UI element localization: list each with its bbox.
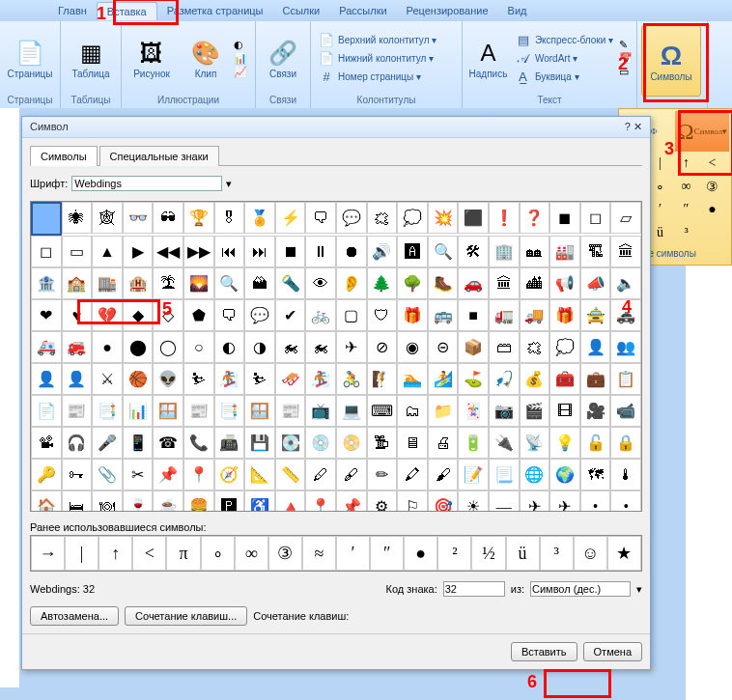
symbol-cell[interactable]: ♥ xyxy=(62,299,93,331)
symbol-cell[interactable]: ▶ xyxy=(123,236,154,267)
symbol-grid[interactable]: 🕷🕸👓🕶🏆🎖🏅⚡🗨💬🗯💭💥⬛❗❓◼◻▱◻▭▲▶◀◀▶▶⏮⏭⏹⏸⏺🔊🅰🔍🛠🏢🏘🏭🏗… xyxy=(30,201,642,512)
symbol-cell[interactable]: ⚡ xyxy=(275,202,306,234)
textbox-button[interactable]: AНадпись xyxy=(466,23,510,94)
table-button[interactable]: ▦Таблица xyxy=(65,23,117,94)
symbol-cell[interactable]: 🎤 xyxy=(92,427,123,459)
symbol-cell[interactable]: 🏔 xyxy=(244,267,275,299)
symbol-cell[interactable]: 📦 xyxy=(458,331,489,363)
tab-view[interactable]: Вид xyxy=(498,2,537,19)
symbol-cell[interactable]: 🏊 xyxy=(397,363,428,395)
symbol-cell[interactable]: ⬟ xyxy=(183,299,214,331)
gallery-symbol[interactable]: ″ xyxy=(673,198,699,221)
symbol-cell[interactable]: 🖨 xyxy=(428,427,459,459)
symbol-cell[interactable]: 🔌 xyxy=(489,427,520,459)
recent-symbol[interactable]: ☺ xyxy=(574,536,607,571)
symbol-cell[interactable]: 👂 xyxy=(336,267,367,299)
symbol-cell[interactable]: ✈ xyxy=(520,490,550,512)
code-input[interactable] xyxy=(443,581,505,597)
sig-icon[interactable]: ✎ xyxy=(619,39,633,51)
symbol-cell[interactable]: 🔒 xyxy=(610,427,641,459)
gallery-symbol[interactable]: < xyxy=(699,152,725,175)
symbol-cell[interactable]: 🔓 xyxy=(580,427,611,459)
symbol-cell[interactable]: 🌐 xyxy=(520,459,550,490)
symbol-cell[interactable]: ♿ xyxy=(244,490,275,512)
symbol-cell[interactable]: 🔈 xyxy=(610,267,641,299)
symbol-cell[interactable]: 💻 xyxy=(336,395,367,427)
symbol-cell[interactable]: ⌨ xyxy=(367,395,398,427)
symbol-cell[interactable]: 👽 xyxy=(153,363,183,395)
symbol-cell[interactable]: 🖋 xyxy=(336,459,367,490)
symbol-cell[interactable]: ▭ xyxy=(62,236,93,267)
symbol-cell[interactable]: ◑ xyxy=(244,331,275,363)
symbol-cell[interactable]: 🏦 xyxy=(31,267,62,299)
dlg-tab-special[interactable]: Специальные знаки xyxy=(99,146,219,166)
symbol-cell[interactable]: 💥 xyxy=(428,202,459,234)
pagenum-button[interactable]: #Номер страницы ▾ xyxy=(315,69,440,86)
symbol-cell[interactable]: 🔊 xyxy=(367,236,398,267)
symbol-cell[interactable]: 📎 xyxy=(92,459,123,490)
symbol-cell[interactable]: ✔ xyxy=(275,299,306,331)
recent-symbol[interactable]: ″ xyxy=(370,536,404,571)
symbol-cell[interactable]: 📡 xyxy=(520,427,550,459)
symbol-cell[interactable]: 📞 xyxy=(183,427,214,459)
help-icon[interactable]: ? xyxy=(625,121,631,132)
gallery-symbol[interactable]: ∞ xyxy=(673,175,699,198)
symbol-cell[interactable]: 🛠 xyxy=(458,236,489,267)
symbol-cell[interactable]: 💾 xyxy=(244,427,275,459)
symbol-cell[interactable]: 🏛 xyxy=(489,267,520,299)
symbol-cell[interactable]: 🎧 xyxy=(62,427,93,459)
symbol-cell[interactable]: 🚒 xyxy=(62,331,93,363)
symbol-cell[interactable]: 📽 xyxy=(31,427,62,459)
symbol-cell[interactable]: ◻ xyxy=(580,202,611,234)
symbol-cell[interactable]: 📰 xyxy=(183,395,214,427)
symbol-cell[interactable]: ◆ xyxy=(123,299,154,331)
dlg-tab-symbols[interactable]: Символы xyxy=(30,146,98,166)
symbol-cell[interactable]: 📣 xyxy=(580,267,611,299)
symbol-cell[interactable]: 📌 xyxy=(153,459,183,490)
clip-button[interactable]: 🎨Клип xyxy=(180,23,232,94)
symbol-cell[interactable]: 🔍 xyxy=(214,267,245,299)
symbol-cell[interactable]: 🛡 xyxy=(367,299,398,331)
symbol-cell[interactable]: 👁 xyxy=(305,267,336,299)
symbol-cell[interactable]: 🛷 xyxy=(275,363,306,395)
symbol-cell[interactable]: 🏀 xyxy=(123,363,154,395)
gallery-symbol[interactable]: ↑ xyxy=(673,152,699,175)
picture-button[interactable]: 🖼Рисунок xyxy=(126,23,178,94)
symbol-cell[interactable]: ○ xyxy=(183,331,214,363)
tab-layout[interactable]: Разметка страницы xyxy=(157,2,273,19)
recent-symbol[interactable]: ● xyxy=(404,536,437,571)
symbol-cell[interactable]: 📍 xyxy=(183,459,214,490)
gallery-symbol[interactable]: ³ xyxy=(673,221,699,244)
symbol-cell[interactable]: 🕶 xyxy=(153,202,183,234)
dropdown-icon[interactable]: ▾ xyxy=(636,583,642,596)
symbol-cell[interactable]: ❤ xyxy=(31,299,62,331)
symbol-cell[interactable]: 🏝 xyxy=(153,267,183,299)
recent-symbol[interactable]: ③ xyxy=(268,536,302,571)
symbol-cell[interactable]: 🎖 xyxy=(214,202,245,234)
symbol-cell[interactable]: ⛳ xyxy=(458,363,489,395)
symbol-cell[interactable]: 🏬 xyxy=(92,267,123,299)
symbol-cell[interactable]: 🛏 xyxy=(62,490,93,512)
recent-symbol[interactable]: | xyxy=(65,536,99,571)
symbol-cell[interactable]: 🗨 xyxy=(305,202,336,234)
symbol-cell[interactable]: 🖊 xyxy=(305,459,336,490)
recent-symbol[interactable]: ² xyxy=(437,536,471,571)
symbol-cell[interactable]: ☀ xyxy=(458,490,489,512)
symbol-cell[interactable]: 🪟 xyxy=(153,395,183,427)
symbol-cell[interactable]: 📱 xyxy=(123,427,154,459)
symbol-cell[interactable]: 🚚 xyxy=(520,299,550,331)
recent-symbol[interactable]: ½ xyxy=(471,536,505,571)
symbol-cell[interactable]: 🏂 xyxy=(214,363,245,395)
symbol-cell[interactable]: 🚖 xyxy=(580,299,611,331)
gallery-symbol[interactable]: ∘ xyxy=(647,175,673,198)
symbol-cell[interactable]: 🎁 xyxy=(397,299,428,331)
symbol-cell[interactable]: 🎬 xyxy=(520,395,550,427)
symbol-cell[interactable]: 🎯 xyxy=(428,490,459,512)
symbol-cell[interactable]: ◯ xyxy=(153,331,183,363)
pages-button[interactable]: 📄Страницы xyxy=(4,23,56,94)
gallery-symbol[interactable] xyxy=(699,221,725,244)
symbol-cell[interactable]: 🔋 xyxy=(458,427,489,459)
symbol-cell[interactable]: ⛷ xyxy=(183,363,214,395)
symbol-cell[interactable]: ⛷ xyxy=(244,363,275,395)
symbol-cell[interactable]: 🌡 xyxy=(610,459,641,490)
